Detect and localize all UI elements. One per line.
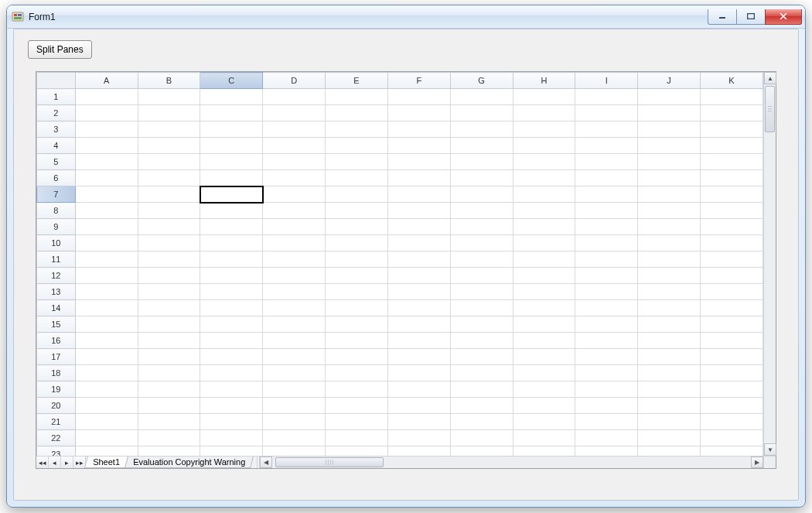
cell-J12[interactable] [638, 268, 701, 284]
cell-D22[interactable] [263, 430, 326, 446]
cell-A2[interactable] [75, 105, 138, 121]
cell-D9[interactable] [263, 219, 326, 235]
cell-B20[interactable] [138, 398, 200, 414]
cell-G5[interactable] [450, 154, 513, 170]
cell-B12[interactable] [138, 268, 200, 284]
split-panes-button[interactable]: Split Panes [28, 40, 92, 59]
cell-K1[interactable] [701, 89, 763, 105]
cell-E13[interactable] [326, 284, 388, 300]
cell-K22[interactable] [701, 430, 763, 446]
cell-J19[interactable] [638, 381, 701, 398]
cell-D15[interactable] [263, 316, 326, 333]
cell-J17[interactable] [638, 349, 701, 365]
tab-sheet1[interactable]: Sheet1 [84, 457, 128, 468]
cell-I15[interactable] [575, 316, 638, 333]
cell-A5[interactable] [75, 154, 138, 170]
row-header-3[interactable]: 3 [37, 121, 76, 138]
cell-C8[interactable] [200, 203, 263, 219]
cell-G11[interactable] [450, 251, 513, 268]
cell-A15[interactable] [75, 316, 138, 333]
cell-J7[interactable] [638, 186, 701, 203]
cell-G4[interactable] [450, 138, 513, 154]
col-header-D[interactable]: D [263, 73, 326, 89]
cell-G17[interactable] [450, 349, 513, 365]
cell-K4[interactable] [701, 138, 763, 154]
cell-F9[interactable] [387, 219, 450, 235]
cell-H21[interactable] [513, 414, 575, 430]
cell-C18[interactable] [200, 365, 263, 381]
cell-I10[interactable] [575, 235, 638, 251]
cell-B7[interactable] [138, 186, 200, 203]
grid[interactable]: ABCDEFGHIJK12345678910111213141516171819… [36, 72, 763, 456]
cell-C11[interactable] [200, 251, 263, 268]
cell-D12[interactable] [263, 268, 326, 284]
cell-K15[interactable] [701, 316, 763, 333]
tab-splitter[interactable] [253, 457, 258, 468]
row-header-23[interactable]: 23 [37, 446, 76, 457]
cell-C12[interactable] [200, 268, 263, 284]
cell-K21[interactable] [701, 414, 763, 430]
cell-B21[interactable] [138, 414, 200, 430]
cell-K14[interactable] [701, 300, 763, 316]
row-header-2[interactable]: 2 [37, 105, 76, 121]
cell-G3[interactable] [450, 121, 513, 138]
cell-H19[interactable] [513, 381, 575, 398]
cell-F15[interactable] [387, 316, 450, 333]
cell-H23[interactable] [513, 446, 575, 457]
cell-E23[interactable] [326, 446, 388, 457]
cell-E1[interactable] [326, 89, 388, 105]
cell-F10[interactable] [387, 235, 450, 251]
cell-F23[interactable] [387, 446, 450, 457]
cell-A11[interactable] [75, 251, 138, 268]
cell-I8[interactable] [575, 203, 638, 219]
cell-E19[interactable] [326, 381, 388, 398]
cell-C19[interactable] [200, 381, 263, 398]
cell-D18[interactable] [263, 365, 326, 381]
cell-K8[interactable] [701, 203, 763, 219]
cell-E4[interactable] [326, 138, 388, 154]
cell-A23[interactable] [75, 446, 138, 457]
cell-F12[interactable] [387, 268, 450, 284]
cell-B13[interactable] [138, 284, 200, 300]
cell-C22[interactable] [200, 430, 263, 446]
cell-C3[interactable] [200, 121, 263, 138]
cell-A8[interactable] [75, 203, 138, 219]
cell-C9[interactable] [200, 219, 263, 235]
cell-F19[interactable] [387, 381, 450, 398]
cell-J8[interactable] [638, 203, 701, 219]
cell-K23[interactable] [701, 446, 763, 457]
cell-C10[interactable] [200, 235, 263, 251]
cell-D3[interactable] [263, 121, 326, 138]
cell-F13[interactable] [387, 284, 450, 300]
cell-J3[interactable] [638, 121, 701, 138]
select-all-corner[interactable] [37, 73, 76, 89]
row-header-1[interactable]: 1 [37, 89, 76, 105]
cell-H8[interactable] [513, 203, 575, 219]
cell-G23[interactable] [450, 446, 513, 457]
row-header-18[interactable]: 18 [37, 365, 76, 381]
cell-J10[interactable] [638, 235, 701, 251]
cell-G8[interactable] [450, 203, 513, 219]
tab-eval-warning[interactable]: Evaluation Copyright Warning [125, 457, 254, 468]
cell-F21[interactable] [387, 414, 450, 430]
cell-D10[interactable] [263, 235, 326, 251]
cell-J6[interactable] [638, 170, 701, 186]
cell-J1[interactable] [638, 89, 701, 105]
cell-G20[interactable] [450, 398, 513, 414]
cell-C5[interactable] [200, 154, 263, 170]
minimize-button[interactable] [708, 9, 737, 25]
cell-J16[interactable] [638, 333, 701, 349]
cell-A22[interactable] [75, 430, 138, 446]
cell-G14[interactable] [450, 300, 513, 316]
row-header-15[interactable]: 15 [37, 316, 76, 333]
close-button[interactable] [765, 9, 802, 25]
cell-F3[interactable] [387, 121, 450, 138]
cell-H9[interactable] [513, 219, 575, 235]
cell-K18[interactable] [701, 365, 763, 381]
cell-H22[interactable] [513, 430, 575, 446]
cell-J14[interactable] [638, 300, 701, 316]
cell-B3[interactable] [138, 121, 200, 138]
row-header-16[interactable]: 16 [37, 333, 76, 349]
cell-F6[interactable] [387, 170, 450, 186]
cell-E12[interactable] [326, 268, 388, 284]
